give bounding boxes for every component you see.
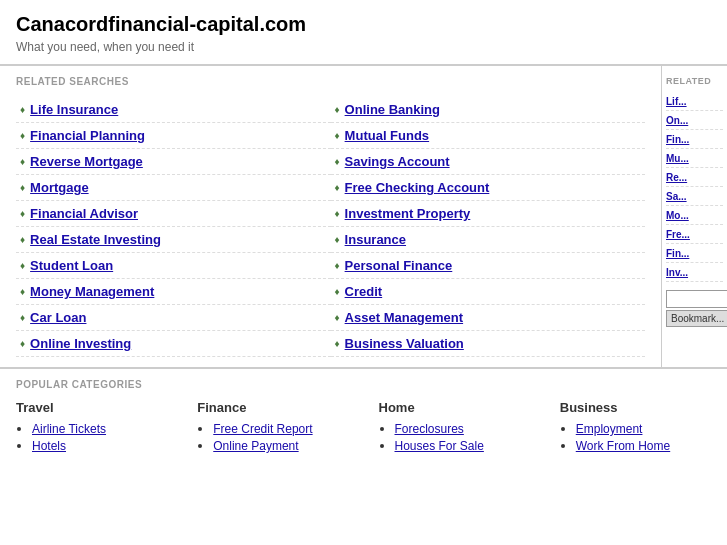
link-right-5[interactable]: Insurance: [345, 232, 406, 247]
arrow-icon: ♦: [335, 312, 340, 323]
sidebar-link-5[interactable]: Sa...: [666, 191, 723, 206]
link-item: ♦Reverse Mortgage: [16, 149, 331, 175]
arrow-icon: ♦: [335, 182, 340, 193]
link-right-4[interactable]: Investment Property: [345, 206, 471, 221]
arrow-icon: ♦: [20, 234, 25, 245]
link-item: ♦Investment Property: [331, 201, 646, 227]
site-title: Canacordfinancial-capital.com: [16, 12, 711, 36]
link-item: ♦Online Banking: [331, 97, 646, 123]
link-item: ♦Online Investing: [16, 331, 331, 357]
link-left-4[interactable]: Financial Advisor: [30, 206, 138, 221]
link-item: ♦Financial Planning: [16, 123, 331, 149]
popular-label: POPULAR CATEGORIES: [16, 379, 711, 390]
link-right-6[interactable]: Personal Finance: [345, 258, 453, 273]
popular-col-title: Business: [560, 400, 711, 415]
arrow-icon: ♦: [20, 182, 25, 193]
main-content: RELATED SEARCHES ♦Life Insurance♦Financi…: [0, 66, 662, 367]
header: Canacordfinancial-capital.com What you n…: [0, 0, 727, 66]
arrow-icon: ♦: [335, 130, 340, 141]
sidebar-link-6[interactable]: Mo...: [666, 210, 723, 225]
arrow-icon: ♦: [20, 208, 25, 219]
arrow-icon: ♦: [335, 338, 340, 349]
arrow-icon: ♦: [20, 312, 25, 323]
link-item: ♦Mutual Funds: [331, 123, 646, 149]
popular-link-2-1[interactable]: Houses For Sale: [395, 439, 484, 453]
arrow-icon: ♦: [20, 130, 25, 141]
link-item: ♦Student Loan: [16, 253, 331, 279]
link-item: ♦Mortgage: [16, 175, 331, 201]
sidebar-related-label: RELATED: [666, 76, 723, 86]
link-item: ♦Real Estate Investing: [16, 227, 331, 253]
popular-grid: TravelAirline TicketsHotelsFinanceFree C…: [16, 400, 711, 455]
link-left-3[interactable]: Mortgage: [30, 180, 89, 195]
link-right-8[interactable]: Asset Management: [345, 310, 463, 325]
links-col-left: ♦Life Insurance♦Financial Planning♦Rever…: [16, 97, 331, 357]
arrow-icon: ♦: [20, 286, 25, 297]
link-left-5[interactable]: Real Estate Investing: [30, 232, 161, 247]
site-subtitle: What you need, when you need it: [16, 40, 711, 54]
sidebar-link-4[interactable]: Re...: [666, 172, 723, 187]
popular-section: POPULAR CATEGORIES TravelAirline Tickets…: [0, 367, 727, 465]
links-grid: ♦Life Insurance♦Financial Planning♦Rever…: [16, 97, 645, 357]
link-right-2[interactable]: Savings Account: [345, 154, 450, 169]
popular-col-title: Home: [379, 400, 530, 415]
sidebar-link-9[interactable]: Inv...: [666, 267, 723, 282]
link-left-8[interactable]: Car Loan: [30, 310, 86, 325]
popular-col-3: BusinessEmploymentWork From Home: [560, 400, 711, 455]
link-left-7[interactable]: Money Management: [30, 284, 154, 299]
arrow-icon: ♦: [20, 260, 25, 271]
sidebar-input[interactable]: [666, 290, 727, 308]
link-right-7[interactable]: Credit: [345, 284, 383, 299]
popular-col-title: Travel: [16, 400, 167, 415]
popular-col-0: TravelAirline TicketsHotels: [16, 400, 167, 455]
sidebar-link-3[interactable]: Mu...: [666, 153, 723, 168]
link-left-1[interactable]: Financial Planning: [30, 128, 145, 143]
sidebar-link-8[interactable]: Fin...: [666, 248, 723, 263]
links-col-right: ♦Online Banking♦Mutual Funds♦Savings Acc…: [331, 97, 646, 357]
link-right-1[interactable]: Mutual Funds: [345, 128, 430, 143]
link-item: ♦Money Management: [16, 279, 331, 305]
sidebar-link-0[interactable]: Lif...: [666, 96, 723, 111]
link-item: ♦Financial Advisor: [16, 201, 331, 227]
popular-link-0-1[interactable]: Hotels: [32, 439, 66, 453]
link-right-0[interactable]: Online Banking: [345, 102, 440, 117]
main-layout: RELATED SEARCHES ♦Life Insurance♦Financi…: [0, 66, 727, 367]
popular-col-title: Finance: [197, 400, 348, 415]
link-left-6[interactable]: Student Loan: [30, 258, 113, 273]
arrow-icon: ♦: [20, 338, 25, 349]
link-left-9[interactable]: Online Investing: [30, 336, 131, 351]
link-right-9[interactable]: Business Valuation: [345, 336, 464, 351]
arrow-icon: ♦: [20, 104, 25, 115]
link-left-2[interactable]: Reverse Mortgage: [30, 154, 143, 169]
arrow-icon: ♦: [335, 260, 340, 271]
popular-link-3-1[interactable]: Work From Home: [576, 439, 670, 453]
arrow-icon: ♦: [335, 234, 340, 245]
popular-link-1-0[interactable]: Free Credit Report: [213, 422, 312, 436]
sidebar: RELATED Lif...On...Fin...Mu...Re...Sa...…: [662, 66, 727, 367]
popular-link-1-1[interactable]: Online Payment: [213, 439, 298, 453]
arrow-icon: ♦: [335, 208, 340, 219]
arrow-icon: ♦: [335, 286, 340, 297]
popular-col-2: HomeForeclosuresHouses For Sale: [379, 400, 530, 455]
link-left-0[interactable]: Life Insurance: [30, 102, 118, 117]
sidebar-link-1[interactable]: On...: [666, 115, 723, 130]
popular-col-1: FinanceFree Credit ReportOnline Payment: [197, 400, 348, 455]
link-item: ♦Life Insurance: [16, 97, 331, 123]
link-item: ♦Personal Finance: [331, 253, 646, 279]
popular-link-3-0[interactable]: Employment: [576, 422, 643, 436]
link-item: ♦Savings Account: [331, 149, 646, 175]
link-item: ♦Free Checking Account: [331, 175, 646, 201]
arrow-icon: ♦: [335, 156, 340, 167]
link-item: ♦Asset Management: [331, 305, 646, 331]
arrow-icon: ♦: [20, 156, 25, 167]
popular-link-0-0[interactable]: Airline Tickets: [32, 422, 106, 436]
link-item: ♦Insurance: [331, 227, 646, 253]
arrow-icon: ♦: [335, 104, 340, 115]
bookmark-button[interactable]: Bookmark...: [666, 310, 727, 327]
sidebar-link-2[interactable]: Fin...: [666, 134, 723, 149]
link-item: ♦Credit: [331, 279, 646, 305]
popular-link-2-0[interactable]: Foreclosures: [395, 422, 464, 436]
link-right-3[interactable]: Free Checking Account: [345, 180, 490, 195]
related-searches-label: RELATED SEARCHES: [16, 76, 645, 87]
sidebar-link-7[interactable]: Fre...: [666, 229, 723, 244]
